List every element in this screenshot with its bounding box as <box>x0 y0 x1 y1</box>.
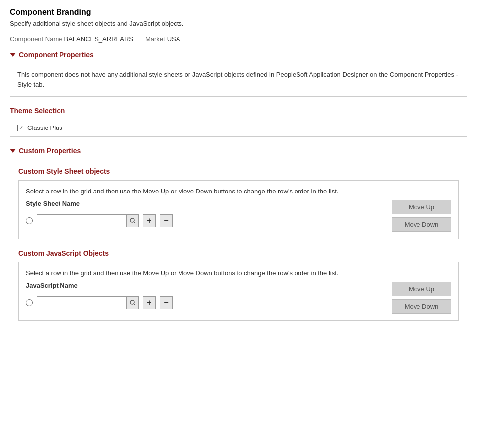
stylesheet-input[interactable] <box>37 215 126 227</box>
javascript-grid-left: JavaScript Name <box>26 282 392 309</box>
custom-properties-box: Custom Style Sheet objects Select a row … <box>10 159 467 339</box>
javascript-move-down-button[interactable]: Move Down <box>392 299 451 314</box>
page-title: Component Branding <box>10 8 467 17</box>
custom-properties-header: Custom Properties <box>10 147 467 155</box>
svg-line-3 <box>134 304 135 305</box>
page-subtitle: Specify additional style sheet objects a… <box>10 20 467 27</box>
stylesheet-row-wrap: Style Sheet Name <box>26 200 451 232</box>
component-properties-box: This component does not have any additio… <box>10 63 467 97</box>
market-label: Market <box>145 35 165 43</box>
component-properties-label: Component Properties <box>19 51 94 59</box>
checkbox-icon: ✓ <box>17 125 24 131</box>
stylesheet-grid-left: Style Sheet Name <box>26 200 392 227</box>
custom-stylesheet-title: Custom Style Sheet objects <box>18 167 459 175</box>
custom-properties-section: Custom Properties Custom Style Sheet obj… <box>10 147 467 339</box>
theme-selection-section: Theme Selection ✓ Classic Plus <box>10 107 467 137</box>
javascript-row-wrap: JavaScript Name <box>26 282 451 314</box>
stylesheet-radio[interactable] <box>26 217 33 224</box>
collapse-icon[interactable] <box>10 53 16 57</box>
javascript-instruction: Select a row in the grid and then use th… <box>26 269 451 277</box>
component-info-row: Component Name BALANCES_ARREARS Market U… <box>10 35 467 43</box>
stylesheet-add-button[interactable]: + <box>143 214 156 227</box>
stylesheet-move-down-button[interactable]: Move Down <box>392 217 451 232</box>
market-value: USA <box>167 35 180 43</box>
custom-collapse-icon[interactable] <box>10 149 16 153</box>
theme-selection-header: Theme Selection <box>10 107 467 115</box>
svg-line-1 <box>134 222 135 223</box>
svg-point-0 <box>130 218 134 222</box>
stylesheet-instruction: Select a row in the grid and then use th… <box>26 188 451 195</box>
custom-javascript-title: Custom JavaScript Objects <box>18 249 459 257</box>
svg-point-2 <box>130 300 134 304</box>
custom-stylesheet-subsection: Custom Style Sheet objects Select a row … <box>18 167 459 239</box>
javascript-grid-container: Select a row in the grid and then use th… <box>18 262 459 321</box>
search-icon <box>130 300 136 306</box>
javascript-grid-row: + − <box>26 296 392 309</box>
classic-plus-label: Classic Plus <box>27 124 62 131</box>
stylesheet-column-header: Style Sheet Name <box>26 200 392 207</box>
javascript-radio[interactable] <box>26 299 33 306</box>
component-name-value: BALANCES_ARREARS <box>64 35 133 43</box>
component-properties-header: Component Properties <box>10 51 467 59</box>
javascript-buttons-area: Move Up Move Down <box>392 282 451 314</box>
component-name-label: Component Name <box>10 35 62 43</box>
javascript-move-up-button[interactable]: Move Up <box>392 282 451 296</box>
theme-selection-box: ✓ Classic Plus <box>10 119 467 137</box>
stylesheet-buttons-area: Move Up Move Down <box>392 200 451 232</box>
custom-properties-label: Custom Properties <box>19 147 81 155</box>
theme-selection-label: Theme Selection <box>10 107 65 115</box>
javascript-search-button[interactable] <box>126 297 138 309</box>
custom-javascript-subsection: Custom JavaScript Objects Select a row i… <box>18 249 459 321</box>
javascript-add-button[interactable]: + <box>143 296 156 309</box>
stylesheet-grid-container: Select a row in the grid and then use th… <box>18 180 459 239</box>
stylesheet-move-up-button[interactable]: Move Up <box>392 200 451 214</box>
stylesheet-grid-row: + − <box>26 214 392 227</box>
stylesheet-input-wrap <box>37 214 139 227</box>
component-properties-message: This component does not have any additio… <box>17 70 460 89</box>
javascript-input-wrap <box>37 296 139 309</box>
search-icon <box>130 218 136 224</box>
classic-plus-option[interactable]: ✓ Classic Plus <box>17 124 460 131</box>
javascript-remove-button[interactable]: − <box>160 296 173 309</box>
javascript-column-header: JavaScript Name <box>26 282 392 289</box>
stylesheet-remove-button[interactable]: − <box>160 214 173 227</box>
stylesheet-search-button[interactable] <box>126 215 138 227</box>
javascript-input[interactable] <box>37 297 126 309</box>
